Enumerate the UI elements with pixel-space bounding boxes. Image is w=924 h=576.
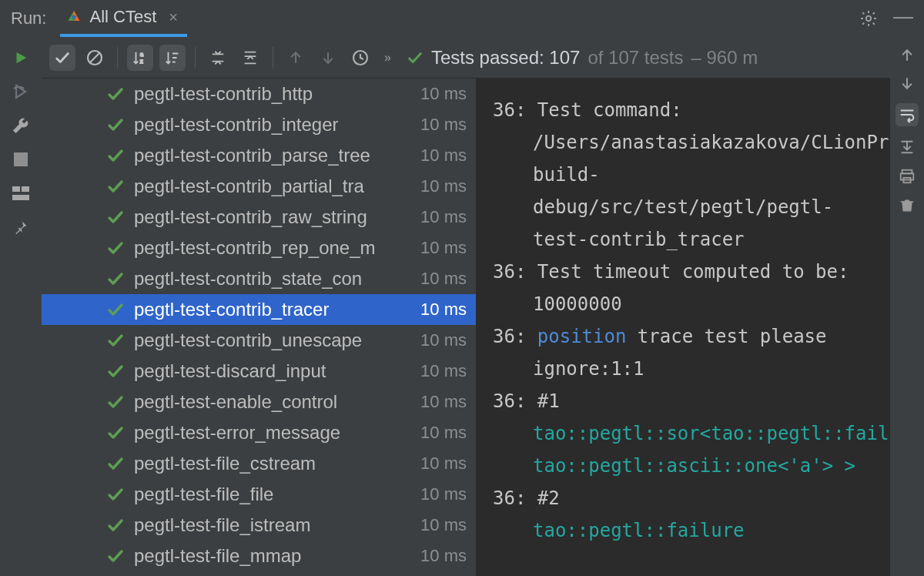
close-tab-icon[interactable]: × xyxy=(169,8,178,26)
test-name: pegtl-test-contrib_partial_tra xyxy=(134,176,413,197)
sort-duration-toggle[interactable] xyxy=(159,45,186,71)
test-duration: 10 ms xyxy=(420,146,467,166)
svg-text:a: a xyxy=(140,51,144,58)
scroll-down-icon[interactable] xyxy=(899,75,915,91)
layout-icon[interactable] xyxy=(11,183,31,203)
separator xyxy=(117,47,118,69)
console-line: tao::pegtl::failure xyxy=(493,514,873,547)
overflow-icon[interactable]: » xyxy=(384,51,391,65)
test-row[interactable]: pegtl-test-contrib_partial_tra10 ms xyxy=(42,171,476,202)
test-name: pegtl-test-contrib_unescape xyxy=(134,330,413,351)
ctest-icon xyxy=(66,9,82,25)
rerun-button[interactable] xyxy=(11,48,31,68)
next-failed-button[interactable] xyxy=(315,45,341,71)
test-row[interactable]: pegtl-test-file_istream10 ms xyxy=(42,510,476,541)
test-name: pegtl-test-error_message xyxy=(134,422,413,444)
test-name: pegtl-test-contrib_parse_tree xyxy=(134,145,413,166)
console-line: tao::pegtl::sor<tao::pegtl::failure, tao… xyxy=(493,417,873,482)
stop-button[interactable] xyxy=(11,149,31,169)
test-filter-toolbar: az » xyxy=(42,37,890,79)
test-row[interactable]: pegtl-test-contrib_integer10 ms xyxy=(42,109,476,140)
show-ignored-toggle[interactable] xyxy=(82,45,108,71)
expand-all-button[interactable] xyxy=(205,45,231,71)
print-icon[interactable] xyxy=(899,168,916,185)
prev-failed-button[interactable] xyxy=(283,45,309,71)
test-row[interactable]: pegtl-test-contrib_rep_one_m10 ms xyxy=(42,233,476,263)
test-row[interactable]: pegtl-test-enable_control10 ms xyxy=(42,387,476,417)
test-history-button[interactable] xyxy=(347,45,373,71)
test-name: pegtl-test-file_mmap xyxy=(134,545,413,567)
test-name: pegtl-test-contrib_integer xyxy=(134,114,413,136)
test-duration: 10 ms xyxy=(420,454,467,474)
console-line: 36: Test command: /Users/anastasiakazako… xyxy=(493,94,873,256)
svg-rect-1 xyxy=(14,152,28,166)
test-name: pegtl-test-file_file xyxy=(134,484,413,505)
summary-prefix: Tests passed: xyxy=(431,47,544,68)
test-duration: 10 ms xyxy=(420,361,467,381)
test-duration: 10 ms xyxy=(420,423,467,443)
test-row[interactable]: pegtl-test-file_cstream10 ms xyxy=(42,448,476,479)
test-row[interactable]: pegtl-test-file_mmap10 ms xyxy=(42,541,476,571)
test-duration: 10 ms xyxy=(420,269,467,289)
test-duration: 10 ms xyxy=(420,300,467,320)
console-line: 36: #1 xyxy=(493,385,873,417)
test-name: pegtl-test-file_istream xyxy=(134,514,413,536)
minimize-icon[interactable]: — xyxy=(893,5,913,28)
test-name: pegtl-test-file_cstream xyxy=(134,453,413,474)
scroll-to-end-icon[interactable] xyxy=(899,139,916,156)
test-row[interactable]: pegtl-test-contrib_parse_tree10 ms xyxy=(42,140,476,171)
test-tree[interactable]: pegtl-test-contrib_http10 mspegtl-test-c… xyxy=(42,79,476,576)
test-row[interactable]: pegtl-test-contrib_state_con10 ms xyxy=(42,263,476,294)
test-duration: 10 ms xyxy=(420,546,467,566)
console-line: 36: position trace test please ignore:1:… xyxy=(493,320,873,385)
test-duration: 10 ms xyxy=(420,176,467,196)
test-row[interactable]: pegtl-test-contrib_tracer10 ms xyxy=(42,294,476,325)
console-line: 36: #2 xyxy=(493,482,873,514)
svg-point-0 xyxy=(866,16,871,21)
test-row[interactable]: pegtl-test-contrib_unescape10 ms xyxy=(42,325,476,356)
soft-wrap-toggle[interactable] xyxy=(896,103,919,126)
collapse-all-button[interactable] xyxy=(237,45,263,71)
svg-rect-4 xyxy=(12,195,29,200)
separator xyxy=(273,47,273,69)
test-name: pegtl-test-contrib_state_con xyxy=(134,268,413,290)
svg-rect-2 xyxy=(12,186,20,192)
svg-rect-10 xyxy=(901,173,914,179)
wrench-icon[interactable] xyxy=(11,116,31,136)
test-row[interactable]: pegtl-test-contrib_raw_string10 ms xyxy=(42,202,476,233)
test-output-console[interactable]: 36: Test command: /Users/anastasiakazako… xyxy=(476,79,890,576)
test-name: pegtl-test-contrib_http xyxy=(134,83,413,105)
separator xyxy=(195,47,196,69)
test-duration: 10 ms xyxy=(420,515,467,535)
summary-count: 107 xyxy=(549,47,580,68)
rerun-failed-button[interactable] xyxy=(11,82,31,102)
run-label: Run: xyxy=(11,8,46,28)
test-duration: 10 ms xyxy=(420,392,467,412)
right-gutter-rail xyxy=(890,37,924,576)
scroll-up-icon[interactable] xyxy=(899,48,915,63)
test-duration: 10 ms xyxy=(420,484,467,504)
show-passed-toggle[interactable] xyxy=(49,45,75,71)
test-duration: 10 ms xyxy=(420,115,467,135)
test-name: pegtl-test-contrib_tracer xyxy=(134,299,413,320)
left-action-rail xyxy=(0,37,42,576)
summary-timing: – 960 m xyxy=(691,47,758,69)
tests-summary: Tests passed: 107 of 107 tests – 960 m xyxy=(407,47,758,69)
svg-rect-3 xyxy=(22,186,29,192)
trash-icon[interactable] xyxy=(899,197,915,214)
test-duration: 10 ms xyxy=(420,207,467,227)
check-icon xyxy=(407,49,424,66)
test-row[interactable]: pegtl-test-file_file10 ms xyxy=(42,479,476,510)
test-row[interactable]: pegtl-test-error_message10 ms xyxy=(42,417,476,448)
sort-alpha-toggle[interactable]: az xyxy=(127,45,153,71)
run-config-tab[interactable]: All CTest × xyxy=(60,0,186,37)
test-name: pegtl-test-discard_input xyxy=(134,360,413,382)
test-name: pegtl-test-enable_control xyxy=(134,391,413,413)
test-row[interactable]: pegtl-test-contrib_http10 ms xyxy=(42,79,476,109)
test-name: pegtl-test-contrib_raw_string xyxy=(134,206,413,228)
tab-label: All CTest xyxy=(89,7,156,27)
svg-text:z: z xyxy=(140,58,143,65)
pin-icon[interactable] xyxy=(11,217,31,237)
gear-icon[interactable] xyxy=(859,9,878,28)
test-row[interactable]: pegtl-test-discard_input10 ms xyxy=(42,356,476,387)
